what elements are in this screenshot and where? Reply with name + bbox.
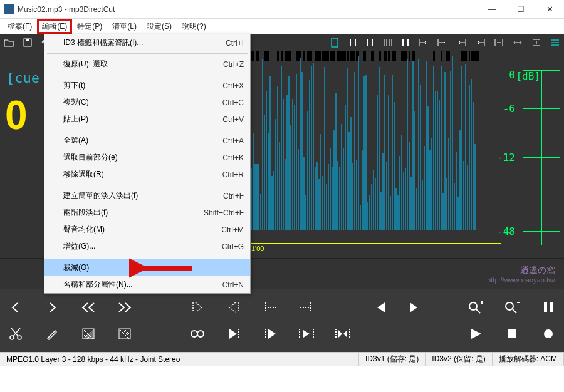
play-button[interactable] [466,324,485,343]
menu-item-label: 兩階段淡出(f) [63,207,204,218]
cue4-icon[interactable] [475,38,485,47]
record-button[interactable] [539,324,558,343]
marker3-icon[interactable] [384,38,392,47]
menu-item-shortcut: Ctrl+V [222,115,244,124]
menu-item-label: 聲音均化(M) [63,224,221,235]
svg-rect-1 [26,39,29,41]
stop-button[interactable] [503,324,521,343]
menu-item-shortcut: Ctrl+F [223,192,244,200]
menu-edit[interactable]: 編輯(E) [37,19,72,34]
db-48: -48 [497,225,515,237]
step-back-button[interactable] [6,298,25,317]
menu-item[interactable]: ID3 標籤和檔案資訊(I)...Ctrl+I [44,34,250,51]
step-fwd-button[interactable] [43,298,61,317]
save-icon[interactable] [23,38,33,48]
scroll-h-icon[interactable] [531,38,541,47]
svg-point-14 [197,331,204,337]
status-codec: MPEG1.0 Layer 3 - 128 kbps - 44 kHz - Jo… [0,353,359,366]
status-id3v2: ID3v2 (保留: 是) [426,353,492,366]
edit-menu-dropdown[interactable]: ID3 標籤和檔案資訊(I)...Ctrl+I復原(U): 選取Ctrl+Z剪下… [44,34,251,294]
menu-item[interactable]: 兩階段淡出(f)Shift+Ctrl+F [44,204,250,221]
svg-point-6 [506,302,513,310]
cue2-icon[interactable] [437,38,447,47]
menu-item-label: 貼上(P) [63,114,222,125]
rewind-button[interactable] [79,298,98,317]
menu-item[interactable]: 裁減(O) [44,259,250,276]
play-from-button[interactable] [261,324,279,343]
fade-a-button[interactable] [79,324,98,343]
sel-begin-button[interactable] [188,298,207,317]
menu-item-label: 增益(G)... [63,241,222,252]
menu-item[interactable]: 復原(U): 選取Ctrl+Z [44,56,250,73]
loop-button[interactable] [188,324,207,343]
menu-item[interactable]: 移除選取(R)Ctrl+R [44,166,250,183]
app-icon [4,4,14,14]
scroll-v-icon[interactable] [494,38,504,47]
pause-display-button[interactable] [539,298,558,317]
menu-item-label: 名稱和部分屬性(N)... [63,279,222,290]
menu-item[interactable]: 貼上(P)Ctrl+V [44,111,250,128]
menu-item-shortcut: Ctrl+C [222,98,244,107]
minimize-button[interactable]: — [478,0,506,19]
menu-item-shortcut: Ctrl+M [221,225,244,234]
menu-item-shortcut: Ctrl+R [222,170,244,179]
menu-file[interactable]: 檔案(F) [3,20,37,33]
doc-icon[interactable] [330,38,340,48]
menu-item-label: 復原(U): 選取 [63,59,223,70]
maximize-button[interactable]: ☐ [506,0,535,19]
menu-item[interactable]: 剪下(t)Ctrl+X [44,77,250,94]
menu-separator [47,53,248,54]
svg-rect-4 [407,39,409,46]
menu-item[interactable]: 建立簡單的淡入淡出(f)Ctrl+F [44,187,250,204]
menu-item[interactable]: 名稱和部分屬性(N)...Ctrl+N [44,276,250,293]
open-icon[interactable] [4,38,14,48]
menu-item[interactable]: 增益(G)...Ctrl+G [44,238,250,255]
skip-prev-button[interactable] [370,298,389,317]
zoom-in-button[interactable] [466,298,485,317]
skip-next-button[interactable] [406,298,425,317]
sel-end-button[interactable] [224,298,243,317]
play-region-button[interactable] [297,324,316,343]
close-button[interactable]: ✕ [535,0,564,19]
play-sel-button[interactable] [224,324,243,343]
goto-end-button[interactable] [297,298,316,317]
menu-list[interactable]: 清單(L) [107,20,142,33]
edit-button[interactable] [43,324,61,343]
menu-item[interactable]: 全選(A)Ctrl+A [44,132,250,149]
menu-special[interactable]: 特定(P) [72,20,107,33]
menu-item-shortcut: Shift+Ctrl+F [204,209,244,217]
menu-item-shortcut: Ctrl+X [222,81,244,90]
ffwd-button[interactable] [115,298,134,317]
pause-icon[interactable] [401,38,410,47]
db-0: 0 [509,69,515,81]
menu-help[interactable]: 說明(?) [177,20,211,33]
db-bar: 0.0 [523,70,560,245]
counter-digit: 0 [5,92,28,138]
menu-item-shortcut: Ctrl+A [222,137,244,145]
menu-item-shortcut: Ctrl+N [222,281,244,289]
marker2-icon[interactable] [366,38,375,47]
stretch-icon[interactable] [513,38,523,47]
list-icon[interactable] [550,38,560,47]
cue-label: [cue [6,70,39,86]
watermark: 逍遙の窩 http://www.xiaoyao.tw/ [487,265,555,284]
menu-item[interactable]: 選取目前部分(e)Ctrl+K [44,149,250,166]
menu-item-shortcut: Ctrl+K [222,153,244,162]
goto-begin-button[interactable] [261,298,279,317]
play-edges-button[interactable] [333,324,352,343]
svg-rect-7 [544,302,547,312]
cue3-icon[interactable] [456,38,466,47]
left-panel: [cue 0 [0,51,44,258]
cue-group [419,38,485,47]
status-id3v1: ID3v1 (儲存: 是) [359,353,426,366]
fade-b-button[interactable] [115,324,134,343]
svg-rect-2 [332,38,338,47]
cue1-icon[interactable] [419,38,429,47]
zoom-out-button[interactable] [503,298,521,317]
menu-item[interactable]: 聲音均化(M)Ctrl+M [44,221,250,238]
marker1-icon[interactable] [348,38,357,47]
menu-item-label: 複製(C) [63,97,222,108]
cut-button[interactable] [6,324,25,343]
menu-item[interactable]: 複製(C)Ctrl+C [44,94,250,111]
menu-settings[interactable]: 設定(S) [142,20,177,33]
